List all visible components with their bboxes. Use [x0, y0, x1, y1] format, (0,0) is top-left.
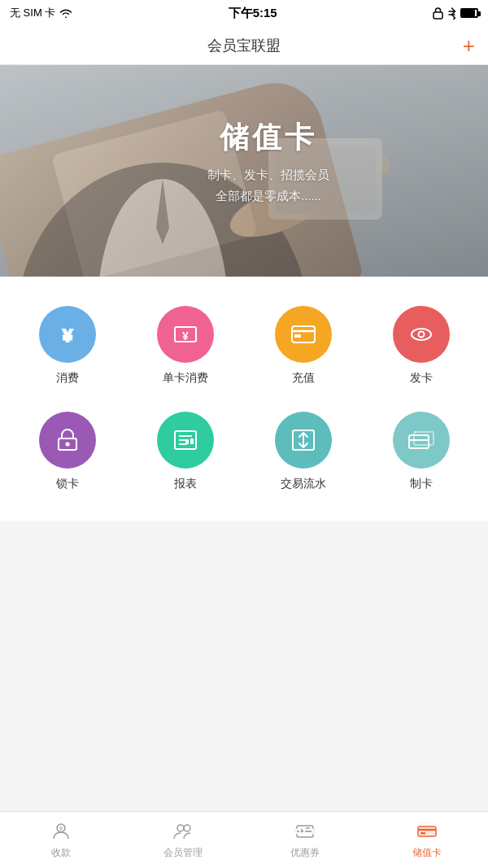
make-card-item[interactable]: 制卡: [362, 399, 480, 504]
svg-point-35: [177, 825, 184, 831]
single-consume-icon-bg: ¥: [157, 306, 214, 363]
transaction-icon-bg: [275, 412, 332, 469]
svg-text:$: $: [59, 826, 63, 831]
report-icon-bg: [157, 412, 214, 469]
cashier-tab-icon: $: [50, 820, 72, 843]
status-left: 无 SIM 卡: [10, 6, 72, 20]
eye-icon: [407, 320, 436, 349]
single-consume-item[interactable]: ¥ 单卡消费: [126, 293, 244, 399]
status-bar: 无 SIM 卡 下午5:15: [0, 0, 488, 26]
bluetooth-icon: [447, 7, 456, 20]
svg-point-19: [418, 332, 424, 338]
tab-stored-card[interactable]: 储值卡: [366, 812, 488, 868]
recharge-label: 充值: [292, 371, 315, 386]
svg-text:¥: ¥: [62, 325, 72, 346]
consume-label: 消费: [56, 371, 79, 386]
svg-rect-41: [418, 827, 436, 836]
spacer: [0, 521, 488, 779]
report-icon: [171, 425, 200, 455]
coupon-tab-icon: [294, 820, 316, 843]
svg-point-39: [312, 830, 315, 833]
make-card-label: 制卡: [410, 477, 433, 491]
svg-point-36: [184, 825, 190, 831]
add-button[interactable]: +: [463, 35, 475, 56]
issue-card-label: 发卡: [410, 371, 433, 386]
nav-bar: 会员宝联盟 +: [0, 26, 488, 65]
svg-rect-17: [294, 334, 301, 338]
transaction-label: 交易流水: [281, 477, 326, 491]
card-icon: [289, 320, 318, 349]
tab-coupon[interactable]: 优惠券: [244, 812, 366, 868]
tab-member[interactable]: 会员管理: [122, 812, 244, 868]
grid-row-2: 锁卡 报表: [8, 399, 480, 504]
transaction-item[interactable]: 交易流水: [244, 399, 362, 504]
report-item[interactable]: 报表: [126, 399, 244, 504]
sim-status: 无 SIM 卡: [10, 6, 55, 20]
function-grid: ¥ 消费 ¥ 单卡消费 充值: [0, 277, 488, 521]
lock-card-icon-bg: [39, 412, 96, 469]
issue-card-item[interactable]: 发卡: [362, 293, 480, 399]
single-consume-label: 单卡消费: [163, 371, 208, 386]
member-tab-icon: [172, 820, 194, 843]
yuan-card-icon: ¥: [171, 320, 200, 349]
svg-rect-27: [185, 441, 189, 444]
lock-card-label: 锁卡: [56, 477, 79, 491]
cards-icon: [407, 425, 436, 455]
make-card-icon-bg: [393, 412, 450, 469]
svg-rect-0: [434, 12, 442, 19]
lock-card-item[interactable]: 锁卡: [8, 399, 126, 504]
wifi-icon: [59, 8, 72, 18]
svg-rect-43: [420, 832, 425, 835]
transfer-icon: [289, 425, 318, 455]
tab-bar: $ 收款 会员管理 优惠券: [0, 811, 488, 868]
report-label: 报表: [174, 477, 197, 491]
recharge-icon-bg: [275, 306, 332, 363]
lock-card-icon: [53, 425, 82, 455]
hero-banner: 储值卡 制卡、发卡、招揽会员 全部都是零成本......: [0, 65, 488, 277]
stored-card-tab-icon: [416, 820, 438, 843]
tab-cashier[interactable]: $ 收款: [0, 812, 122, 868]
battery-icon: [460, 8, 478, 18]
svg-point-18: [412, 329, 431, 340]
member-tab-label: 会员管理: [163, 846, 203, 860]
svg-rect-31: [414, 432, 434, 445]
coupon-tab-label: 优惠券: [290, 846, 320, 860]
issue-card-icon-bg: [393, 306, 450, 363]
svg-point-21: [65, 443, 69, 447]
consume-icon-bg: ¥: [39, 306, 96, 363]
svg-rect-26: [190, 438, 194, 444]
svg-text:¥: ¥: [182, 329, 189, 342]
status-time: 下午5:15: [229, 6, 277, 21]
grid-row-1: ¥ 消费 ¥ 单卡消费 充值: [8, 293, 480, 399]
status-right: [433, 7, 478, 20]
consume-item[interactable]: ¥ 消费: [8, 293, 126, 399]
svg-rect-30: [409, 435, 429, 448]
stored-card-tab-label: 储值卡: [412, 846, 442, 860]
lock-icon: [433, 7, 443, 20]
yuan-icon: ¥: [53, 320, 82, 349]
hero-text: 储值卡 制卡、发卡、招揽会员 全部都是零成本......: [207, 118, 329, 206]
hero-title: 储值卡: [207, 118, 329, 158]
recharge-item[interactable]: 充值: [244, 293, 362, 399]
page-title: 会员宝联盟: [207, 36, 281, 55]
cashier-tab-label: 收款: [51, 846, 71, 860]
hero-subtitle1: 制卡、发卡、招揽会员 全部都是零成本......: [207, 164, 329, 206]
